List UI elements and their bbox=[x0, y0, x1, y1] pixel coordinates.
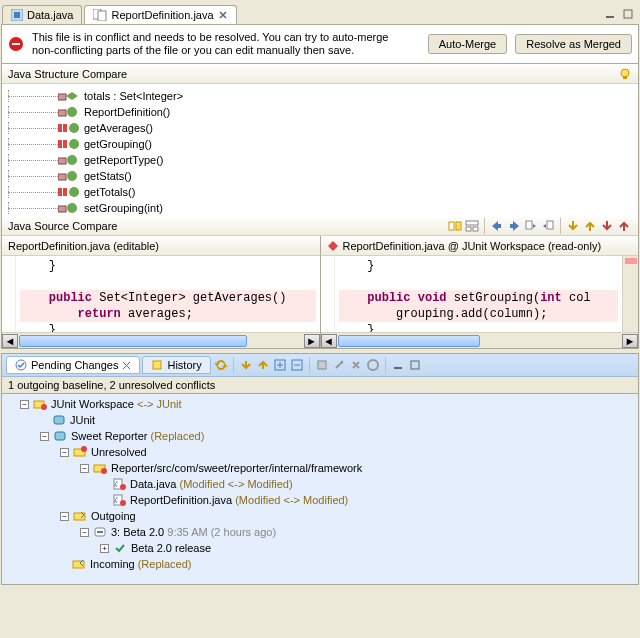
tree-node[interactable]: ReportDefinition() bbox=[4, 104, 636, 120]
svg-rect-4 bbox=[606, 16, 614, 18]
svg-rect-14 bbox=[58, 124, 62, 132]
tree-node-sweet[interactable]: −Sweet Reporter (Replaced) bbox=[4, 428, 636, 444]
svg-point-26 bbox=[69, 187, 79, 197]
minimize-icon[interactable] bbox=[602, 6, 618, 22]
next-diff-icon[interactable] bbox=[565, 218, 581, 234]
prev-change-icon[interactable] bbox=[616, 218, 632, 234]
structure-compare-header: Java Structure Compare bbox=[2, 64, 638, 84]
tab-data-java[interactable]: Data.java bbox=[2, 5, 82, 24]
method-conflict-icon bbox=[58, 186, 80, 198]
collapse-icon[interactable]: − bbox=[80, 464, 89, 473]
tab-history[interactable]: History bbox=[142, 356, 210, 374]
svg-rect-35 bbox=[547, 221, 553, 229]
collapse-icon[interactable]: − bbox=[80, 528, 89, 537]
svg-point-13 bbox=[67, 107, 77, 117]
tree-node-path[interactable]: −Reporter/src/com/sweet/reporter/interna… bbox=[4, 460, 636, 476]
right-vscrollbar[interactable] bbox=[622, 256, 638, 332]
compare-file-icon bbox=[93, 9, 107, 21]
copy-left-to-right-icon[interactable] bbox=[506, 218, 522, 234]
resolve-as-merged-button[interactable]: Resolve as Merged bbox=[515, 34, 632, 54]
svg-rect-34 bbox=[526, 221, 532, 229]
pending-tree[interactable]: −JUnit Workspace <-> JUnit JUnit −Sweet … bbox=[2, 394, 638, 584]
tree-node-outgoing[interactable]: −Outgoing bbox=[4, 508, 636, 524]
svg-point-54 bbox=[120, 484, 126, 490]
tree-node-unresolved[interactable]: −Unresolved bbox=[4, 444, 636, 460]
left-hscrollbar[interactable]: ◄► bbox=[2, 332, 320, 348]
up-arrow-icon[interactable] bbox=[255, 357, 271, 373]
structure-tree[interactable]: totals : Set<Integer> ReportDefinition()… bbox=[2, 84, 638, 216]
svg-rect-7 bbox=[12, 43, 20, 45]
method-conflict-icon bbox=[58, 138, 80, 150]
svg-rect-27 bbox=[58, 206, 66, 212]
tree-node-incoming[interactable]: Incoming (Replaced) bbox=[4, 556, 636, 572]
collapse-icon[interactable]: − bbox=[60, 512, 69, 521]
tree-node[interactable]: totals : Set<Integer> bbox=[4, 88, 636, 104]
tree-node-baseline[interactable]: −3: Beta 2.0 9:35 AM (2 hours ago) bbox=[4, 524, 636, 540]
collapse-icon[interactable]: − bbox=[60, 448, 69, 457]
tree-node[interactable]: getAverages() bbox=[4, 120, 636, 136]
svg-rect-59 bbox=[73, 561, 84, 568]
expand-all-icon[interactable] bbox=[272, 357, 288, 373]
prev-diff-icon[interactable] bbox=[582, 218, 598, 234]
down-arrow-icon[interactable] bbox=[238, 357, 254, 373]
tree-node-changeset[interactable]: +Beta 2.0 release bbox=[4, 540, 636, 556]
tree-node-file[interactable]: ReportDefinition.java (Modified <-> Modi… bbox=[4, 492, 636, 508]
svg-rect-43 bbox=[394, 367, 402, 369]
workspace-icon bbox=[33, 398, 47, 410]
svg-rect-1 bbox=[14, 12, 20, 18]
tree-node-file[interactable]: Data.java (Modified <-> Modified) bbox=[4, 476, 636, 492]
svg-rect-15 bbox=[63, 124, 67, 132]
left-code-editor[interactable]: } public Set<Integer> getAverages() retu… bbox=[16, 256, 320, 332]
svg-point-8 bbox=[621, 69, 629, 77]
maximize-icon[interactable] bbox=[407, 357, 423, 373]
pending-icon bbox=[15, 359, 27, 371]
minimize-icon[interactable] bbox=[390, 357, 406, 373]
next-change-icon[interactable] bbox=[599, 218, 615, 234]
three-way-icon[interactable] bbox=[464, 218, 480, 234]
tree-node[interactable]: getStats() bbox=[4, 168, 636, 184]
collapse-all-icon[interactable] bbox=[289, 357, 305, 373]
copy-all-right-icon[interactable] bbox=[523, 218, 539, 234]
java-file-icon bbox=[11, 9, 23, 21]
svg-rect-44 bbox=[411, 361, 419, 369]
copy-right-to-left-icon[interactable] bbox=[489, 218, 505, 234]
refresh-icon[interactable] bbox=[213, 357, 229, 373]
section-title: Java Structure Compare bbox=[8, 68, 127, 80]
java-conflict-icon bbox=[112, 478, 126, 490]
svg-point-52 bbox=[101, 468, 107, 474]
close-icon[interactable] bbox=[122, 361, 131, 370]
maximize-icon[interactable] bbox=[620, 6, 636, 22]
right-hscrollbar[interactable]: ◄► bbox=[321, 332, 639, 348]
tree-node[interactable]: setGrouping(int) bbox=[4, 200, 636, 216]
tree-node-junit[interactable]: JUnit bbox=[4, 412, 636, 428]
unresolved-folder-icon bbox=[73, 446, 87, 458]
error-icon bbox=[8, 36, 24, 52]
tool2-icon[interactable] bbox=[348, 357, 364, 373]
auto-merge-button[interactable]: Auto-Merge bbox=[428, 34, 507, 54]
compare-toolbar bbox=[447, 218, 632, 234]
tab-pending-changes[interactable]: Pending Changes bbox=[6, 356, 140, 374]
svg-rect-48 bbox=[55, 432, 65, 440]
check-in-icon[interactable] bbox=[314, 357, 330, 373]
copy-all-left-icon[interactable] bbox=[540, 218, 556, 234]
tree-node-workspace[interactable]: −JUnit Workspace <-> JUnit bbox=[4, 396, 636, 412]
svg-rect-47 bbox=[54, 416, 64, 424]
svg-point-42 bbox=[368, 360, 378, 370]
close-icon[interactable] bbox=[218, 10, 228, 20]
collapse-icon[interactable]: − bbox=[40, 432, 49, 441]
svg-rect-25 bbox=[63, 188, 67, 196]
expand-icon[interactable]: + bbox=[100, 544, 109, 553]
tool1-icon[interactable] bbox=[331, 357, 347, 373]
collapse-icon[interactable]: − bbox=[20, 400, 29, 409]
tree-node[interactable]: getGrouping() bbox=[4, 136, 636, 152]
tree-node[interactable]: getReportType() bbox=[4, 152, 636, 168]
lightbulb-icon[interactable] bbox=[618, 67, 632, 81]
tab-report-definition[interactable]: ReportDefinition.java bbox=[84, 5, 236, 24]
constructor-icon bbox=[58, 106, 80, 118]
tab-label: Data.java bbox=[27, 9, 73, 21]
right-gutter bbox=[321, 256, 335, 332]
field-icon bbox=[58, 90, 80, 102]
switch-view-icon[interactable] bbox=[447, 218, 463, 234]
tree-node[interactable]: getTotals() bbox=[4, 184, 636, 200]
tool3-icon[interactable] bbox=[365, 357, 381, 373]
